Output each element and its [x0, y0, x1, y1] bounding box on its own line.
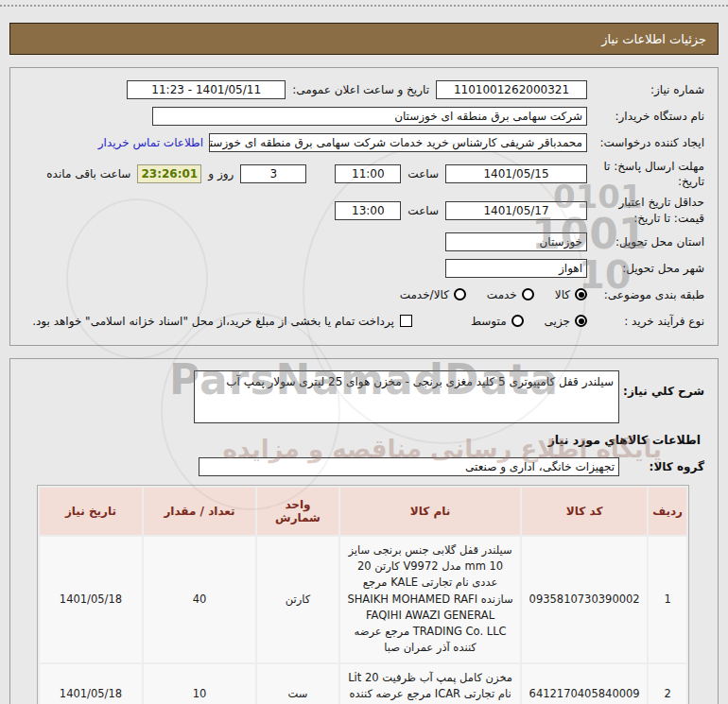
goods-table-header-row: ردیف کد کالا نام کالا واحد شمارش تعداد /…	[40, 488, 686, 535]
cell-need-date: 1401/05/18	[40, 537, 142, 662]
cell-row-number: 1	[649, 537, 686, 662]
goods-group-label: گروه کالا:	[619, 459, 704, 474]
radio-option-service[interactable]: خدمت	[487, 288, 534, 301]
price-validity-time-field[interactable]: 13:00	[335, 201, 401, 220]
table-row: 1 0935810730390002 سیلندر قفل گلابی جنس …	[40, 537, 686, 662]
request-creator-field[interactable]: محمدباقر شریفی کارشناس خرید خدمات شرکت س…	[209, 133, 587, 152]
row-reply-deadline: مهلت ارسال پاسخ: تا تاریخ: 1401/05/15 سا…	[24, 159, 704, 189]
price-validity-hour-label: ساعت	[407, 204, 439, 217]
top-dotted-divider	[0, 5, 728, 7]
header-need-date: تاریخ نیاز	[40, 488, 142, 535]
goods-info-panel: شرح کلي نیاز: سیلندر قفل کامپیوتری 5 کلی…	[9, 358, 719, 704]
radio-option-goods-label: کالا	[555, 288, 570, 301]
radio-option-service-label: خدمت	[487, 288, 517, 301]
header-item-name: نام کالا	[340, 488, 520, 535]
header-quantity: تعداد / مقدار	[144, 488, 255, 535]
buyer-contact-link[interactable]: اطلاعات تماس خریدار	[98, 136, 203, 149]
cell-need-date: 1401/05/18	[40, 664, 142, 704]
subject-classification-label: طبقه بندی موضوعی:	[587, 287, 704, 302]
header-row-number: ردیف	[649, 488, 686, 535]
remaining-days-field[interactable]: 3	[240, 164, 306, 183]
price-validity-date-field[interactable]: 1401/05/17	[445, 201, 587, 220]
header-item-code: کد کالا	[522, 488, 647, 535]
buyer-org-field[interactable]: شرکت سهامی برق منطقه ای خوزستان	[152, 107, 587, 126]
row-need-number: شماره نیاز: 1101001262000321 تاریخ و ساع…	[24, 79, 704, 100]
row-request-creator: ایجاد کننده درخواست: محمدباقر شریفی کارش…	[24, 132, 704, 153]
price-validity-label: حداقل تاریخ اعتبار قیمت: تا تاریخ:	[587, 195, 704, 225]
delivery-province-label: استان محل تحویل:	[587, 234, 704, 249]
need-number-label: شماره نیاز:	[587, 82, 704, 97]
cell-item-code: 6412170405840009	[522, 664, 647, 704]
page-title: جزئیات اطلاعات نیاز	[9, 23, 719, 55]
cell-quantity: 10	[144, 664, 255, 704]
row-delivery-city: شهر محل تحویل: اهواز	[24, 258, 704, 279]
treasury-docs-checkbox-label: پرداخت تمام یا بخشی از مبلغ خرید،از محل …	[32, 315, 394, 328]
cell-item-name: مخزن کامل پمپ آب ظرفیت 20 Lit نام تجارتی…	[340, 664, 520, 704]
radio-option-goods-service-label: کالا/خدمت	[400, 288, 449, 301]
row-need-description: شرح کلي نیاز: سیلندر قفل کامپیوتری 5 کلی…	[24, 370, 704, 423]
request-creator-label: ایجاد کننده درخواست:	[587, 135, 704, 150]
goods-table: ردیف کد کالا نام کالا واحد شمارش تعداد /…	[37, 485, 689, 704]
cell-count-unit: ست	[257, 664, 338, 704]
need-number-field[interactable]: 1101001262000321	[436, 80, 587, 99]
cell-row-number: 2	[649, 664, 686, 704]
announce-datetime-field[interactable]: 1401/05/11 - 11:23	[127, 80, 286, 99]
row-purchase-process: نوع فرآیند خرید : جزیی متوسط پرداخت تمام…	[24, 311, 704, 332]
countdown-timer: 23:26:01	[137, 164, 201, 183]
cell-item-code: 0935810730390002	[522, 537, 647, 662]
table-row: 2 6412170405840009 مخزن کامل پمپ آب ظرفی…	[40, 664, 686, 704]
purchase-process-label: نوع فرآیند خرید :	[587, 314, 704, 329]
treasury-docs-checkbox[interactable]	[400, 315, 412, 327]
radio-option-goods-service[interactable]: کالا/خدمت	[400, 288, 466, 301]
cell-count-unit: کارتن	[257, 537, 338, 662]
delivery-city-label: شهر محل تحویل:	[587, 261, 704, 276]
goods-group-field[interactable]: تجهیزات خانگی، اداری و صنعتی	[199, 457, 619, 476]
reply-deadline-hour-label: ساعت	[407, 167, 439, 180]
buyer-org-label: نام دستگاه خریدار:	[587, 109, 704, 124]
delivery-city-field[interactable]: اهواز	[445, 259, 587, 278]
radio-selected-icon[interactable]	[575, 315, 587, 327]
need-info-panel: شماره نیاز: 1101001262000321 تاریخ و ساع…	[9, 67, 719, 346]
goods-section-heading: اطلاعات کالاهاي مورد نیاز	[24, 433, 701, 447]
radio-option-goods[interactable]: کالا	[555, 288, 587, 301]
cell-quantity: 40	[144, 537, 255, 662]
need-description-textarea[interactable]: سیلندر قفل کامپیوتری 5 کلید مغزی برنجی -…	[194, 370, 619, 423]
radio-option-medium-label: متوسط	[471, 315, 507, 328]
days-and-label: روز و	[208, 167, 234, 180]
header-count-unit: واحد شمارش	[257, 488, 338, 535]
radio-unselected-icon[interactable]	[454, 288, 466, 300]
page-title-text: جزئیات اطلاعات نیاز	[601, 32, 706, 46]
row-delivery-province: استان محل تحویل: خوزستان	[24, 232, 704, 252]
need-description-label: شرح کلي نیاز:	[619, 370, 704, 399]
cell-item-name: سیلندر قفل گلابی جنس برنجی سایز 10 mm مد…	[340, 537, 520, 662]
row-goods-group: گروه کالا: تجهیزات خانگی، اداری و صنعتی	[24, 456, 704, 477]
announce-datetime-label: تاریخ و ساعت اعلان عمومی:	[292, 83, 429, 96]
delivery-province-field[interactable]: خوزستان	[445, 232, 587, 251]
radio-selected-icon[interactable]	[575, 288, 587, 300]
radio-option-partial[interactable]: جزیی	[545, 315, 587, 328]
radio-option-medium[interactable]: متوسط	[471, 315, 524, 328]
row-buyer-org: نام دستگاه خریدار: شرکت سهامی برق منطقه …	[24, 106, 704, 127]
reply-deadline-date-field[interactable]: 1401/05/15	[445, 164, 587, 183]
radio-unselected-icon[interactable]	[522, 288, 534, 300]
radio-option-partial-label: جزیی	[545, 315, 570, 328]
reply-deadline-label: مهلت ارسال پاسخ: تا تاریخ:	[587, 159, 704, 189]
row-price-validity: حداقل تاریخ اعتبار قیمت: تا تاریخ: 1401/…	[24, 195, 704, 225]
row-subject-classification: طبقه بندی موضوعی: کالا خدمت کالا/خدمت	[24, 284, 704, 305]
radio-unselected-icon[interactable]	[511, 315, 524, 327]
reply-deadline-time-field[interactable]: 11:00	[335, 164, 401, 183]
hours-remaining-label: ساعت باقی مانده	[46, 167, 130, 180]
